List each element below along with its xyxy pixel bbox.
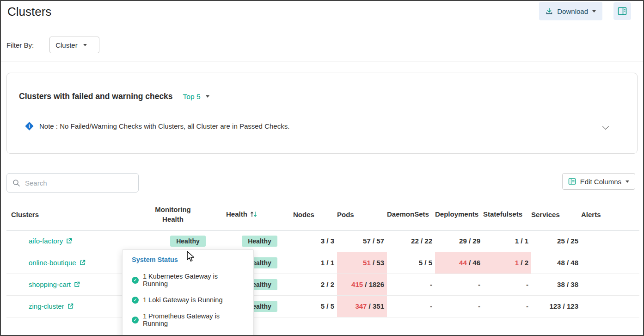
nodes-cell: 1 / 1 [293, 252, 337, 274]
download-icon [546, 7, 553, 15]
failed-warning-checks-card: Clusters with failed and warning checks … [6, 73, 638, 154]
statefulsets-cell: - [483, 295, 531, 317]
col-header-statefulsets: Statefulsets [483, 199, 531, 230]
statefulsets-cell: 1 / 2 [483, 252, 531, 274]
cluster-name: online-boutique [29, 259, 76, 267]
pods-cell: 347 / 351 [337, 295, 387, 317]
deployments-cell: - [435, 295, 483, 317]
health-badge: Healthy [242, 236, 277, 247]
check-circle-icon [132, 297, 139, 304]
col-header-clusters: Clusters [6, 199, 150, 230]
pods-cell: 51 / 53 [337, 252, 387, 274]
nodes-cell: 2 / 2 [293, 274, 337, 295]
table-header-row: Clusters Monitoring Health Health Nodes … [6, 199, 639, 230]
note-text: Note : No Failed/Warning Checks with Clu… [39, 122, 289, 130]
health-cell: Healthy [226, 230, 293, 252]
chevron-down-icon [592, 10, 596, 12]
services-cell: 123 / 123 [531, 295, 581, 317]
external-link-icon [74, 281, 80, 287]
top5-dropdown[interactable]: Top 5 [183, 93, 209, 101]
cluster-filter-dropdown[interactable]: Cluster [49, 37, 99, 53]
nodes-cell: 5 / 5 [293, 295, 337, 317]
alerts-cell [581, 295, 639, 317]
col-header-deployments: Deployments [435, 199, 483, 230]
external-link-icon [80, 260, 86, 266]
page-title: Clusters [7, 5, 51, 19]
table-columns-icon [568, 178, 576, 185]
edit-columns-label: Edit Columns [580, 178, 621, 186]
alerts-cell [581, 274, 639, 295]
statefulsets-cell: - [483, 274, 531, 295]
filter-row: Filter By: Cluster [6, 37, 99, 53]
deployments-cell: 29 / 29 [435, 230, 483, 252]
search-box [6, 173, 139, 193]
pods-cell: 415 / 1826 [337, 274, 387, 295]
table-row: online-boutique Healthy Healthy 1 / 1 51… [6, 252, 639, 274]
cluster-name: zing-cluster [29, 302, 64, 310]
pods-cell: 57 / 57 [337, 230, 387, 252]
collapse-chevron-icon[interactable] [603, 123, 608, 130]
daemonsets-cell: 22 / 22 [387, 230, 435, 252]
check-circle-icon [132, 277, 139, 284]
clusters-table: Clusters Monitoring Health Health Nodes … [6, 199, 639, 317]
cluster-link[interactable]: shopping-cart [29, 280, 80, 288]
col-header-alerts: Alerts [581, 199, 639, 230]
top5-label: Top 5 [183, 93, 201, 101]
alerts-cell [581, 230, 639, 252]
cluster-link[interactable]: aifo-factory [29, 237, 72, 245]
cluster-name: aifo-factory [29, 237, 63, 245]
edit-columns-button[interactable]: Edit Columns [562, 173, 635, 190]
filter-value: Cluster [55, 41, 78, 49]
search-icon [12, 179, 20, 187]
cluster-link[interactable]: online-boutique [29, 259, 86, 267]
status-text: 1 Kubernetes Gateway is Running [143, 273, 244, 287]
cluster-name: shopping-cart [29, 280, 71, 288]
daemonsets-cell: 5 / 5 [387, 252, 435, 274]
search-input[interactable] [25, 179, 133, 187]
layout-panel-icon [618, 7, 627, 15]
daemonsets-cell: - [387, 295, 435, 317]
sort-icon[interactable] [250, 211, 257, 219]
col-header-daemonsets: DaemonSets [387, 199, 435, 230]
list-item: 1 Prometheus Gateway is Running [132, 312, 244, 327]
col-header-nodes: Nodes [293, 199, 337, 230]
chevron-down-icon [206, 95, 209, 98]
table-row: shopping-cart Healthy Healthy 2 / 2 415 … [6, 274, 639, 295]
external-link-icon [67, 303, 74, 309]
status-text: 1 Prometheus Gateway is Running [143, 312, 244, 327]
services-cell: 38 / 38 [531, 274, 581, 295]
monitoring-health-badge: Healthy [170, 236, 206, 247]
alerts-cell [581, 252, 639, 274]
col-header-pods: Pods [337, 199, 387, 230]
check-circle-icon [132, 317, 139, 324]
list-item: 1 Kubernetes Gateway is Running [132, 273, 244, 287]
monitoring-health-cell: Healthy [150, 230, 226, 252]
info-icon [25, 122, 33, 130]
panel-toggle-button[interactable] [613, 2, 631, 20]
chevron-down-icon [626, 180, 629, 183]
col-header-services: Services [531, 199, 581, 230]
card-title: Clusters with failed and warning checks [19, 92, 173, 101]
nodes-cell: 3 / 3 [293, 230, 337, 252]
divider [1, 62, 643, 62]
system-status-popup: System Status 1 Kubernetes Gateway is Ru… [122, 249, 254, 336]
services-cell: 25 / 25 [531, 230, 581, 252]
col-header-monitoring-health: Monitoring Health [150, 199, 226, 230]
cluster-link[interactable]: zing-cluster [29, 302, 74, 310]
list-item: 1 Loki Gateway is Running [132, 296, 244, 304]
download-button[interactable]: Download [539, 2, 602, 20]
filter-by-label: Filter By: [6, 41, 34, 49]
col-header-health[interactable]: Health [226, 199, 293, 230]
deployments-cell: - [435, 274, 483, 295]
download-label: Download [557, 7, 588, 15]
chevron-down-icon [83, 44, 87, 46]
external-link-icon [66, 238, 72, 244]
daemonsets-cell: - [387, 274, 435, 295]
mouse-cursor-icon [187, 251, 195, 262]
table-row: aifo-factory Healthy Healthy 3 / 3 57 / … [6, 230, 639, 252]
deployments-cell: 44 / 46 [435, 252, 483, 274]
statefulsets-cell: 1 / 1 [483, 230, 531, 252]
status-text: 1 Loki Gateway is Running [143, 296, 223, 304]
table-row: zing-cluster Healthy Healthy 5 / 5 347 /… [6, 295, 639, 317]
services-cell: 48 / 48 [531, 252, 581, 274]
